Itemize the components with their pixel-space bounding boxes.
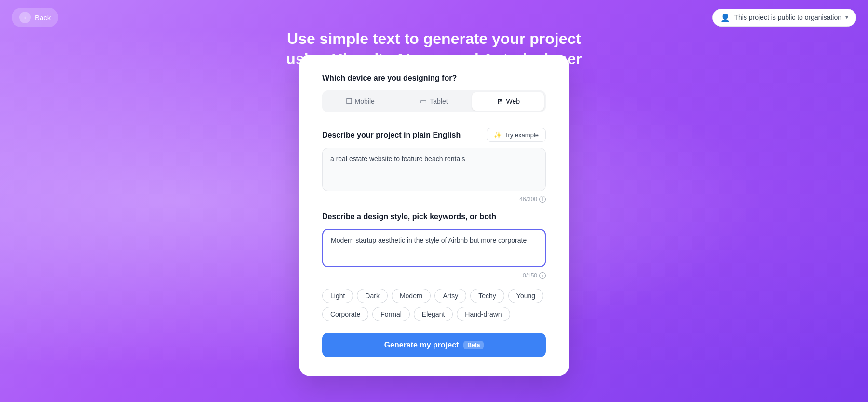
try-example-button[interactable]: ✨ Try example	[487, 128, 546, 142]
keywords-row: Light Dark Modern Artsy Techy Young Corp…	[322, 289, 546, 321]
mobile-icon: ☐	[346, 97, 352, 106]
person-icon: 👤	[720, 13, 730, 22]
device-web-option[interactable]: 🖥 Web	[472, 92, 544, 111]
back-arrow-icon: ‹	[19, 12, 31, 23]
keyword-corporate[interactable]: Corporate	[322, 307, 368, 321]
project-description-input[interactable]: a real estate website to feature beach r…	[322, 148, 546, 191]
keyword-light[interactable]: Light	[322, 289, 353, 303]
device-section-label: Which device are you designing for?	[322, 74, 546, 83]
monitor-icon: 🖥	[496, 97, 503, 106]
tablet-icon: ▭	[420, 97, 427, 106]
keyword-techy[interactable]: Techy	[470, 289, 504, 303]
keyword-artsy[interactable]: Artsy	[434, 289, 466, 303]
visibility-label: This project is public to organisation	[734, 14, 841, 21]
generate-label: Generate my project	[384, 341, 459, 349]
tablet-label: Tablet	[430, 97, 448, 105]
device-mobile-option[interactable]: ☐ Mobile	[324, 92, 396, 111]
keyword-formal[interactable]: Formal	[372, 307, 410, 321]
device-tablet-option[interactable]: ▭ Tablet	[398, 92, 470, 111]
generate-button[interactable]: Generate my project Beta	[322, 333, 546, 357]
magic-wand-icon: ✨	[494, 131, 502, 139]
project-char-count: 46/300 i	[322, 196, 546, 203]
chevron-down-icon: ▾	[845, 14, 848, 21]
back-button[interactable]: ‹ Back	[12, 8, 58, 27]
web-label: Web	[506, 97, 520, 105]
visibility-button[interactable]: 👤 This project is public to organisation…	[712, 9, 856, 27]
design-info-icon: i	[539, 272, 546, 279]
try-example-label: Try example	[504, 131, 539, 139]
design-char-count: 0/150 i	[322, 272, 546, 279]
project-info-icon: i	[539, 196, 546, 203]
design-section-label: Describe a design style, pick keywords, …	[322, 212, 546, 221]
keyword-hand-drawn[interactable]: Hand-drawn	[457, 307, 510, 321]
design-style-input[interactable]: Modern startup aesthetic in the style of…	[322, 229, 546, 267]
back-label: Back	[35, 14, 51, 22]
project-section-label: Describe your project in plain English	[322, 131, 461, 139]
project-describe-header: Describe your project in plain English ✨…	[322, 128, 546, 142]
top-bar: ‹ Back 👤 This project is public to organ…	[0, 0, 868, 35]
beta-badge: Beta	[463, 341, 484, 349]
device-selector: ☐ Mobile ▭ Tablet 🖥 Web	[322, 90, 546, 112]
keyword-elegant[interactable]: Elegant	[414, 307, 453, 321]
main-card: Which device are you designing for? ☐ Mo…	[299, 55, 569, 376]
keyword-modern[interactable]: Modern	[392, 289, 431, 303]
mobile-label: Mobile	[355, 97, 375, 105]
keyword-young[interactable]: Young	[508, 289, 543, 303]
keyword-dark[interactable]: Dark	[357, 289, 388, 303]
